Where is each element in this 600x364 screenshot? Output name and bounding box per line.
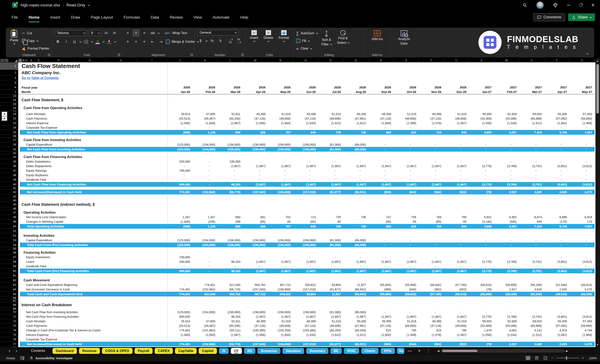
cell[interactable]: - xyxy=(193,168,218,173)
cell[interactable]: 62,938 xyxy=(494,319,519,324)
cell[interactable]: - xyxy=(343,255,369,259)
sheet-tab-dashboard[interactable]: Dashboard xyxy=(53,348,77,354)
cell[interactable]: (156,000) xyxy=(293,147,319,152)
cell[interactable]: (3,770) xyxy=(469,164,494,168)
cell[interactable]: 621,540 xyxy=(193,292,218,296)
cell[interactable]: Aug-26 xyxy=(343,90,369,94)
cell[interactable]: (155,255) xyxy=(268,328,293,333)
cell[interactable]: 2026 xyxy=(268,85,293,90)
cell[interactable]: 58,555 xyxy=(469,112,494,116)
cell[interactable]: - xyxy=(544,255,570,259)
cell[interactable]: (156,000) xyxy=(268,147,293,152)
cell[interactable]: (170) xyxy=(544,219,570,224)
cell[interactable]: (1,667) xyxy=(368,314,394,319)
row-header[interactable]: 47 xyxy=(0,210,18,215)
cell[interactable]: (1,667) xyxy=(268,182,293,187)
cell[interactable]: (1,491) xyxy=(544,121,570,125)
cell[interactable]: (3,780) xyxy=(494,314,519,319)
sheet-tab-summary[interactable]: Summary xyxy=(306,348,328,354)
cell[interactable]: Dec-26 xyxy=(444,90,469,94)
cell[interactable]: (66,000) xyxy=(343,147,369,152)
row-label-cell[interactable] xyxy=(18,199,168,202)
cell[interactable]: (58,695) xyxy=(469,292,494,296)
row-label-cell[interactable]: Investing Activities xyxy=(18,233,595,238)
cell[interactable]: 900,000 xyxy=(168,269,193,273)
cell[interactable]: 545 xyxy=(519,219,544,224)
font-name-select[interactable]: Tahoma xyxy=(55,30,87,36)
row-header[interactable]: 19+ xyxy=(0,112,18,116)
cell[interactable]: Apr-26 xyxy=(243,90,268,94)
cell[interactable]: (1,667) xyxy=(243,182,268,187)
row-header[interactable]: 56 xyxy=(0,250,18,255)
cell[interactable]: 725 xyxy=(318,215,343,219)
cell[interactable]: - xyxy=(419,142,444,147)
cell[interactable]: - xyxy=(218,177,243,182)
cell[interactable]: - xyxy=(444,173,469,177)
cell[interactable]: - xyxy=(494,243,519,247)
cell[interactable]: 49,399 xyxy=(243,319,268,324)
cell[interactable]: 889 xyxy=(218,130,243,135)
font-size-select[interactable]: 8 xyxy=(89,30,102,36)
cell[interactable]: 2026 xyxy=(343,85,369,90)
cell[interactable]: 736 xyxy=(343,224,369,229)
cell[interactable]: (1,667) xyxy=(394,182,419,187)
cell[interactable]: - xyxy=(368,125,394,130)
cell[interactable]: 3,275 xyxy=(569,342,595,346)
row-header[interactable]: 49 xyxy=(0,219,18,224)
column-header[interactable]: Z xyxy=(569,59,595,62)
cell[interactable]: (599) xyxy=(168,224,193,229)
cell[interactable]: - xyxy=(343,337,369,342)
row-header[interactable]: 2 xyxy=(0,70,18,76)
cell[interactable]: (3,791) xyxy=(519,259,544,264)
cell[interactable]: (55,096) xyxy=(494,116,519,121)
cell[interactable]: (56,778) xyxy=(218,190,243,194)
cell[interactable]: (56,832) xyxy=(394,292,419,296)
row-header[interactable]: 7 xyxy=(0,90,18,94)
cell[interactable]: (47,116) xyxy=(293,324,319,328)
horizontal-scroll-thumb[interactable] xyxy=(442,350,478,352)
cell[interactable]: - xyxy=(494,264,519,269)
row-header[interactable]: 27 xyxy=(0,137,18,142)
cell[interactable]: (157,018) xyxy=(293,287,319,292)
cell[interactable]: (1,667) xyxy=(419,314,444,319)
cell[interactable]: Sep-26 xyxy=(368,90,394,94)
sheet-tab-capital[interactable]: Capital xyxy=(199,348,217,354)
cell[interactable]: (52,540) xyxy=(544,282,570,287)
cell[interactable]: - xyxy=(218,168,243,173)
cell[interactable]: (1,667) xyxy=(444,259,469,264)
cell[interactable]: (1,667) xyxy=(268,164,293,168)
row-label-cell[interactable] xyxy=(18,299,168,302)
cell[interactable]: - xyxy=(318,337,343,342)
cell[interactable]: - xyxy=(519,142,544,147)
cell[interactable]: 780 xyxy=(444,215,469,219)
cell[interactable]: (962) xyxy=(419,190,444,194)
sheet-tab-be[interactable]: BE xyxy=(330,348,342,354)
cell[interactable]: (3,770) xyxy=(469,314,494,319)
cell[interactable]: - xyxy=(419,264,444,269)
cell[interactable]: - xyxy=(193,159,218,164)
cell[interactable]: - xyxy=(569,238,595,243)
row-label-cell[interactable]: Cash Flow Statement xyxy=(18,62,595,70)
cell[interactable]: (125,000) xyxy=(168,147,193,152)
comments-button[interactable]: Comments xyxy=(533,13,565,21)
cell[interactable]: 2027 xyxy=(494,85,519,90)
cell[interactable]: 3,628 xyxy=(519,287,544,292)
more-tabs-button[interactable]: ••• xyxy=(408,349,412,353)
row-header[interactable]: 65 xyxy=(0,292,18,296)
cell[interactable]: (1,656) xyxy=(243,121,268,125)
cell[interactable]: (79) xyxy=(469,190,494,194)
cell[interactable]: - xyxy=(544,173,570,177)
cell[interactable]: (66,000) xyxy=(343,142,369,147)
vertical-scrollbar[interactable]: ▲ ▼ xyxy=(595,59,600,347)
tab-options-button[interactable]: ⋮ xyxy=(427,348,430,353)
cell[interactable]: 208 xyxy=(218,219,243,224)
cell[interactable]: (1,656) xyxy=(243,333,268,337)
row-header[interactable]: 40 xyxy=(0,182,18,187)
currency-format-button[interactable]: $ xyxy=(197,38,204,44)
cell[interactable]: (156,000) xyxy=(293,243,319,247)
row-header[interactable]: 5 xyxy=(0,81,18,85)
outline-level-2-button[interactable]: 2 xyxy=(5,59,8,62)
table-of-contents-link[interactable]: Go to Table of Contents xyxy=(21,76,59,80)
cell[interactable]: - xyxy=(519,168,544,173)
cell[interactable]: - xyxy=(343,177,369,182)
